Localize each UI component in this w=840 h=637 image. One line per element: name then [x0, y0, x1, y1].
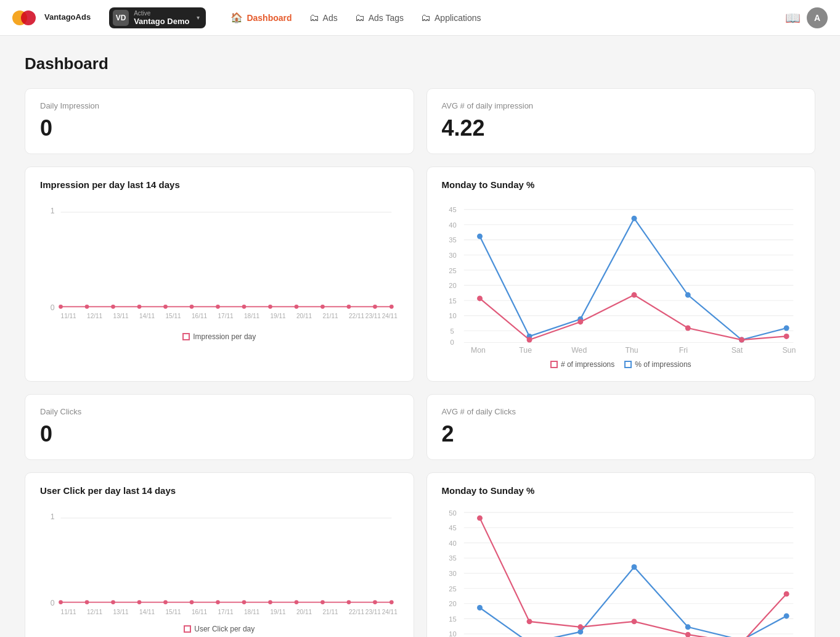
user-click-per-day-title: User Click per day last 14 days: [40, 485, 399, 496]
svg-point-21: [137, 305, 142, 309]
svg-text:Tue: Tue: [519, 346, 532, 355]
brand-name: VantagoAds: [44, 13, 91, 22]
svg-point-97: [216, 600, 220, 604]
svg-point-145: [783, 591, 789, 597]
avg-daily-clicks-label: AVG # of daily Clicks: [442, 407, 801, 416]
nav-link-dashboard[interactable]: 🏠 Dashboard: [223, 8, 299, 27]
nav-label-dashboard: Dashboard: [247, 13, 292, 23]
svg-text:0: 0: [51, 599, 55, 607]
logo: VantagoAds: [12, 8, 91, 28]
charts-row-1: Impression per day last 14 days 1 0 11/1…: [25, 166, 815, 382]
svg-text:12/11: 12/11: [87, 313, 103, 319]
monday-sunday-clicks-title: Monday to Sunday %: [442, 485, 801, 496]
svg-text:11/11: 11/11: [61, 609, 77, 615]
user-click-per-day-svg: 1 0 11/11 12/11 13/11 14/11 15/11 16/11 …: [40, 506, 399, 616]
svg-text:21/11: 21/11: [322, 609, 338, 615]
svg-text:13/11: 13/11: [113, 313, 129, 319]
svg-point-101: [320, 600, 325, 604]
legend-pct-impressions: % of impressions: [624, 360, 691, 369]
svg-point-30: [373, 305, 377, 309]
svg-point-138: [783, 613, 789, 619]
svg-point-92: [85, 600, 89, 604]
svg-point-28: [320, 305, 325, 309]
svg-text:25: 25: [449, 585, 456, 593]
navbar: VantagoAds VD Active Vantago Demo ▾ 🏠 Da…: [0, 0, 840, 36]
svg-text:12/11: 12/11: [87, 609, 103, 615]
nav-label-applications: Applications: [434, 13, 481, 23]
impressions-per-day-chart: Impression per day last 14 days 1 0 11/1…: [25, 166, 414, 382]
user-click-per-day-legend: User Click per day: [40, 625, 399, 633]
svg-point-22: [163, 305, 168, 309]
monday-sunday-clicks-container: 50 45 40 35 30 25 20 15 10 5: [442, 506, 801, 637]
svg-text:5: 5: [450, 327, 454, 335]
legend-box-pink: [182, 333, 190, 340]
svg-text:35: 35: [449, 554, 456, 562]
account-name: Vantago Demo: [134, 17, 189, 26]
svg-point-142: [631, 619, 637, 624]
svg-point-136: [685, 624, 690, 630]
nav-link-ads-tags[interactable]: 🗂 Ads Tags: [348, 9, 411, 27]
svg-point-135: [631, 564, 637, 570]
svg-point-143: [685, 632, 690, 637]
svg-text:1: 1: [51, 512, 55, 521]
svg-text:40: 40: [449, 540, 456, 547]
monday-sunday-impressions-legend: # of impressions % of impressions: [442, 360, 801, 369]
svg-text:10: 10: [449, 630, 456, 637]
impressions-per-day-container: 1 0 11/11 12/11 13/11 14/11 15/11 16/11 …: [40, 200, 399, 341]
svg-point-99: [268, 600, 272, 604]
logo-circle-red: [21, 10, 36, 25]
svg-point-93: [111, 600, 115, 604]
user-avatar[interactable]: A: [807, 7, 828, 28]
svg-point-59: [477, 234, 483, 239]
monday-sunday-svg: 45 40 35 30 25 20 15 10 5 0: [442, 200, 801, 351]
svg-point-139: [477, 516, 483, 521]
svg-text:19/11: 19/11: [271, 609, 287, 615]
svg-point-72: [783, 334, 789, 339]
svg-point-68: [577, 319, 583, 324]
svg-text:17/11: 17/11: [218, 313, 234, 319]
book-icon[interactable]: 📖: [785, 10, 801, 25]
svg-point-26: [268, 305, 272, 309]
monday-sunday-impressions-chart: Monday to Sunday % 45 40 35 30 25 20 15 …: [426, 166, 816, 382]
svg-text:10: 10: [449, 312, 456, 319]
svg-point-29: [347, 305, 351, 309]
svg-text:15: 15: [449, 297, 456, 305]
legend-box-user-click: [184, 625, 191, 633]
charts-row-2: User Click per day last 14 days 1 0 11/1…: [25, 472, 815, 637]
monday-sunday-clicks-chart: Monday to Sunday % 50 45 40 35 30 25 20 …: [426, 472, 816, 637]
svg-text:13/11: 13/11: [113, 609, 129, 615]
account-info: Active Vantago Demo: [134, 10, 189, 26]
legend-user-click-per-day: User Click per day: [184, 625, 255, 633]
svg-point-69: [631, 292, 637, 298]
svg-point-98: [242, 600, 247, 604]
nav-link-ads[interactable]: 🗂 Ads: [302, 9, 345, 27]
svg-text:20/11: 20/11: [296, 313, 312, 319]
svg-text:45: 45: [449, 524, 456, 532]
svg-point-94: [137, 600, 142, 604]
svg-text:18/11: 18/11: [244, 313, 260, 319]
svg-text:25: 25: [449, 267, 456, 274]
user-click-per-day-chart: User Click per day last 14 days 1 0 11/1…: [25, 472, 414, 637]
svg-point-23: [190, 305, 194, 309]
svg-text:40: 40: [449, 221, 456, 229]
avg-daily-clicks-card: AVG # of daily Clicks 2: [426, 394, 816, 460]
svg-text:15/11: 15/11: [166, 313, 182, 319]
daily-clicks-label: Daily Clicks: [40, 407, 399, 416]
svg-text:Mon: Mon: [470, 346, 485, 355]
svg-text:14/11: 14/11: [139, 609, 155, 615]
legend-label-num-impressions: # of impressions: [561, 360, 614, 369]
ads-tags-icon: 🗂: [355, 12, 365, 23]
svg-text:20: 20: [449, 600, 456, 607]
account-badge[interactable]: VD Active Vantago Demo ▾: [109, 7, 206, 28]
daily-impression-value: 0: [40, 115, 399, 141]
legend-label-user-click: User Click per day: [194, 625, 255, 633]
nav-link-applications[interactable]: 🗂 Applications: [414, 9, 489, 27]
svg-point-71: [738, 337, 744, 343]
svg-text:45: 45: [449, 206, 456, 213]
svg-point-96: [190, 600, 194, 604]
svg-text:50: 50: [449, 509, 456, 517]
svg-point-24: [216, 305, 220, 309]
svg-text:23/11: 23/11: [365, 313, 381, 319]
chevron-down-icon: ▾: [197, 14, 200, 21]
svg-point-141: [577, 624, 583, 630]
